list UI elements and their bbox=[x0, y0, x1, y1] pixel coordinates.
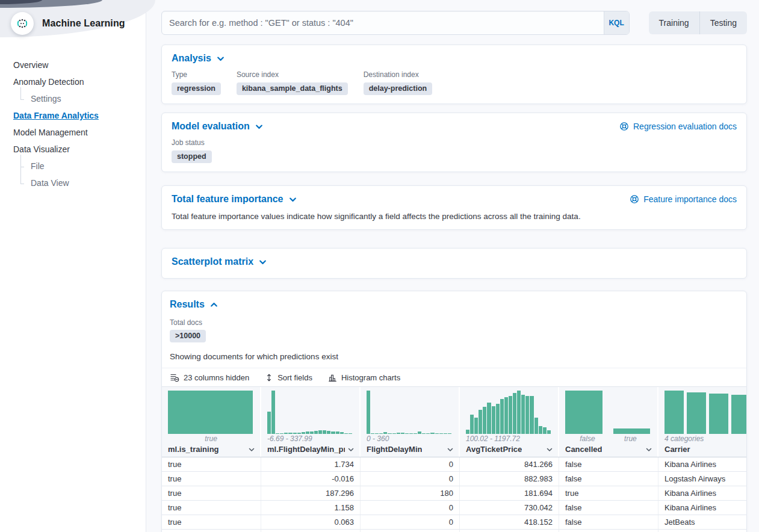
column-header-flightdelaymin[interactable]: 0 - 360FlightDelayMin bbox=[361, 387, 460, 457]
histogram-bar bbox=[323, 430, 326, 434]
histogram-bar bbox=[534, 418, 538, 434]
columns-icon bbox=[170, 373, 179, 382]
cell-carrier[interactable]: Logstash Airways bbox=[658, 472, 746, 486]
sidebar-item-file[interactable]: File bbox=[20, 158, 146, 175]
cell-avgticketprice[interactable]: 180.247 bbox=[460, 530, 559, 532]
cell-ml-flightdelaymin-prediction[interactable]: -0.016 bbox=[261, 472, 361, 486]
cell-cancelled[interactable]: false bbox=[559, 472, 658, 486]
histogram-bar bbox=[547, 430, 551, 434]
feature-importance-accordion-toggle[interactable]: Total feature importance bbox=[172, 194, 297, 205]
cell-flightdelaymin[interactable]: 300 bbox=[361, 530, 460, 532]
column-header-carrier[interactable]: 4 categoriesCarrier bbox=[658, 387, 746, 457]
analysis-accordion-toggle[interactable]: Analysis bbox=[172, 53, 225, 64]
sort-icon bbox=[265, 373, 273, 382]
cell-carrier[interactable]: Kibana Airlines bbox=[658, 486, 746, 500]
training-button[interactable]: Training bbox=[649, 11, 699, 34]
cell-ml-is-training[interactable]: true bbox=[162, 457, 261, 471]
histogram-bar bbox=[665, 391, 684, 434]
cell-ml-flightdelaymin-prediction[interactable]: 187.296 bbox=[261, 486, 361, 500]
feature-importance-docs-link[interactable]: Feature importance docs bbox=[630, 194, 737, 204]
testing-button[interactable]: Testing bbox=[699, 11, 747, 34]
cell-flightdelaymin[interactable]: 180 bbox=[361, 486, 460, 500]
sidebar-item-data-view[interactable]: Data View bbox=[20, 175, 146, 191]
tree-line-icon bbox=[20, 91, 28, 106]
cell-flightdelaymin[interactable]: 0 bbox=[361, 501, 460, 515]
cell-avgticketprice[interactable]: 418.152 bbox=[460, 515, 559, 529]
histogram-bar bbox=[336, 431, 339, 434]
source-index-badge: kibana_sample_data_flights bbox=[237, 82, 348, 95]
cell-cancelled[interactable]: false bbox=[559, 501, 658, 515]
search-input[interactable] bbox=[162, 11, 604, 34]
histogram-bar bbox=[539, 426, 542, 434]
cell-avgticketprice[interactable]: 181.694 bbox=[460, 486, 559, 500]
regression-evaluation-docs-link[interactable]: Regression evaluation docs bbox=[619, 122, 737, 131]
results-subtitle: Showing documents for which predictions … bbox=[162, 352, 746, 361]
cell-ml-flightdelaymin-prediction[interactable]: 299.765 bbox=[261, 530, 361, 532]
column-name-ml-is-training: ml.is_training bbox=[162, 444, 260, 457]
histogram-bar bbox=[375, 433, 379, 434]
histogram-charts-button[interactable]: Histogram charts bbox=[328, 373, 400, 382]
sidebar-item-settings[interactable]: Settings bbox=[20, 90, 146, 107]
cell-flightdelaymin[interactable]: 0 bbox=[361, 472, 460, 486]
sidebar-item-anomaly-detection[interactable]: Anomaly Detection bbox=[13, 73, 146, 90]
column-header-ml-is-training[interactable]: trueml.is_training bbox=[162, 387, 261, 457]
histogram-bar bbox=[401, 433, 404, 434]
scatterplot-accordion-toggle[interactable]: Scatterplot matrix bbox=[172, 256, 267, 267]
cell-avgticketprice[interactable]: 882.983 bbox=[460, 472, 559, 486]
scatterplot-matrix-panel: Scatterplot matrix bbox=[161, 248, 747, 279]
histogram-bar bbox=[349, 433, 352, 434]
column-name-cancelled: Cancelled bbox=[559, 444, 657, 457]
type-field: Typeregression bbox=[172, 70, 221, 95]
histogram-bar bbox=[439, 433, 443, 434]
job-status-field: Job status stopped bbox=[172, 138, 212, 163]
cell-carrier[interactable]: JetBeats bbox=[658, 515, 746, 529]
column-header-avgticketprice[interactable]: 100.02 - 1197.72AvgTicketPrice bbox=[460, 387, 559, 457]
model-evaluation-accordion-toggle[interactable]: Model evaluation bbox=[172, 121, 263, 132]
cell-carrier[interactable]: Kibana Airlines bbox=[658, 501, 746, 515]
sidebar-item-model-management[interactable]: Model Management bbox=[13, 124, 146, 141]
histogram-bar bbox=[284, 433, 288, 434]
machine-learning-logo-icon[interactable] bbox=[11, 12, 34, 35]
range-label: 100.02 - 1197.72 bbox=[466, 435, 520, 444]
cell-cancelled[interactable]: false bbox=[559, 457, 658, 471]
cell-cancelled[interactable]: true bbox=[559, 486, 658, 500]
chevron-up-icon bbox=[210, 301, 218, 309]
cell-ml-flightdelaymin-prediction[interactable]: 0.063 bbox=[261, 515, 361, 529]
cell-avgticketprice[interactable]: 730.042 bbox=[460, 501, 559, 515]
cell-cancelled[interactable]: false bbox=[559, 530, 658, 532]
cell-cancelled[interactable]: false bbox=[559, 515, 658, 529]
column-name-text: ml.FlightDelayMin_prediction bbox=[267, 445, 345, 454]
top-bar: KQL Training Testing bbox=[161, 11, 747, 35]
cell-ml-is-training[interactable]: true bbox=[162, 515, 261, 529]
table-row: true187.296180181.694trueKibana Airlines bbox=[162, 486, 746, 501]
histogram-range-label: 0 - 360 bbox=[361, 434, 459, 444]
cell-ml-flightdelaymin-prediction[interactable]: 1.158 bbox=[261, 501, 361, 515]
histogram-bar bbox=[479, 410, 482, 434]
sidebar-item-data-visualizer[interactable]: Data Visualizer bbox=[13, 141, 146, 158]
cell-avgticketprice[interactable]: 841.266 bbox=[460, 457, 559, 471]
results-accordion-toggle[interactable]: Results bbox=[170, 299, 218, 310]
histogram-bar bbox=[517, 391, 521, 434]
histogram-bar bbox=[448, 433, 451, 434]
cell-flightdelaymin[interactable]: 0 bbox=[361, 457, 460, 471]
sidebar-item-overview[interactable]: Overview bbox=[13, 57, 146, 73]
column-header-ml-flightdelaymin-prediction[interactable]: -6.69 - 337.99ml.FlightDelayMin_predicti… bbox=[261, 387, 361, 457]
cell-ml-flightdelaymin-prediction[interactable]: 1.734 bbox=[261, 457, 361, 471]
cell-ml-is-training[interactable]: true bbox=[162, 472, 261, 486]
grid-body: true1.7340841.266falseKibana Airlinestru… bbox=[162, 457, 746, 532]
cell-ml-is-training[interactable]: true bbox=[162, 486, 261, 500]
columns-hidden-button[interactable]: 23 columns hidden bbox=[170, 373, 249, 382]
cell-ml-is-training[interactable]: true bbox=[162, 530, 261, 532]
sort-fields-button[interactable]: Sort fields bbox=[265, 373, 312, 382]
sidebar-item-label: Data Visualizer bbox=[13, 144, 70, 154]
grid-toolbar: 23 columns hidden Sort fields bbox=[162, 368, 746, 387]
cell-carrier[interactable]: Kibana Airlines bbox=[658, 457, 746, 471]
range-label: -6.69 - 337.99 bbox=[267, 435, 312, 444]
sidebar-item-data-frame-analytics[interactable]: Data Frame Analytics bbox=[13, 107, 146, 124]
column-header-cancelled[interactable]: falsetrueCancelled bbox=[559, 387, 658, 457]
results-panel: Results Total docs >10000 Showing docume… bbox=[161, 291, 747, 532]
cell-carrier[interactable]: JetBeats bbox=[658, 530, 746, 532]
cell-flightdelaymin[interactable]: 0 bbox=[361, 515, 460, 529]
kql-selector[interactable]: KQL bbox=[604, 11, 629, 34]
cell-ml-is-training[interactable]: true bbox=[162, 501, 261, 515]
